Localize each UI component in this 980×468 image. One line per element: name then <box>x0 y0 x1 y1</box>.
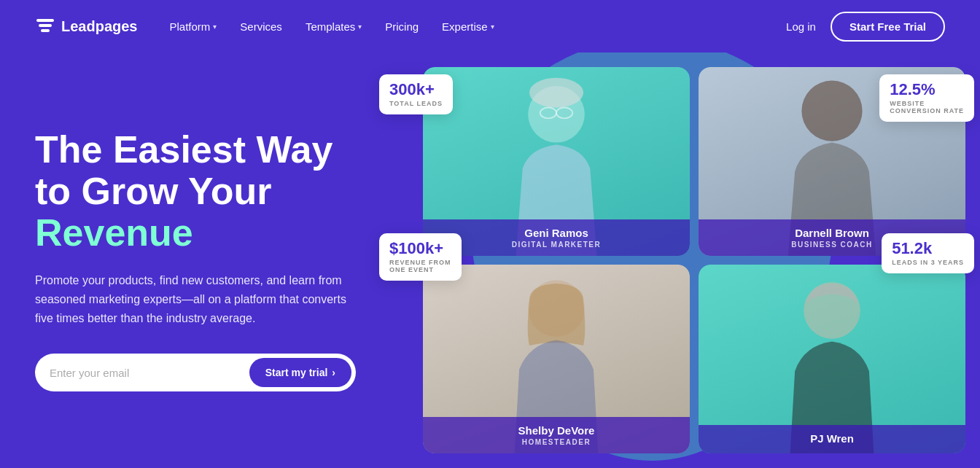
start-free-trial-button[interactable]: Start Free Trial <box>831 12 945 42</box>
hero-left: The Easiest Way to Grow Your Revenue Pro… <box>0 52 394 468</box>
start-trial-button[interactable]: Start my trial › <box>249 358 351 387</box>
stat-value-125: 12.5% <box>890 82 964 98</box>
stat-badge-512: 51.2k LEADS IN 3 YEARS <box>882 233 974 273</box>
card-label-shelby: Shelby DeVore Homesteader <box>423 417 690 453</box>
nav-item-expertise[interactable]: Expertise ▾ <box>433 15 503 39</box>
card-geni-inner: Geni Ramos Digital Marketer <box>423 67 690 256</box>
chevron-down-icon: ▾ <box>213 23 217 31</box>
nav-item-templates[interactable]: Templates ▾ <box>297 15 370 39</box>
login-link[interactable]: Log in <box>786 20 816 33</box>
hero-subtitle: Promote your products, find new customer… <box>35 271 356 327</box>
card-role-shelby: Homesteader <box>433 438 680 446</box>
nav-item-pricing[interactable]: Pricing <box>376 15 427 39</box>
card-name-geni: Geni Ramos <box>433 227 680 239</box>
card-name-shelby: Shelby DeVore <box>433 424 680 437</box>
stat-badge-100k: $100k+ REVENUE FROMONE EVENT <box>379 233 462 281</box>
nav-links: Platform ▾ Services Templates ▾ Pricing … <box>160 15 502 39</box>
card-pj: PJ Wren <box>699 265 965 453</box>
nav-left: Leadpages Platform ▾ Services Templates … <box>35 15 503 39</box>
nav-item-services[interactable]: Services <box>231 15 291 39</box>
card-label-geni: Geni Ramos Digital Marketer <box>423 219 690 256</box>
nav-right: Log in Start Free Trial <box>786 12 945 42</box>
stat-label-125: WEBSITECONVERSION RATE <box>890 100 964 114</box>
logo-text: Leadpages <box>61 18 137 35</box>
stat-badge-125: 12.5% WEBSITECONVERSION RATE <box>879 74 974 122</box>
card-label-pj: PJ Wren <box>699 425 965 453</box>
hero-title: The Easiest Way to Grow Your Revenue <box>35 129 359 254</box>
card-shelby-inner: Shelby DeVore Homesteader <box>423 265 690 453</box>
stat-value-100k: $100k+ <box>389 241 451 257</box>
svg-rect-0 <box>36 19 54 22</box>
hero-grid-wrapper: 300k+ TOTAL LEADS 12.5% WEBSITECONVERSIO… <box>394 52 980 468</box>
stat-value-512: 51.2k <box>892 241 964 257</box>
svg-point-7 <box>801 81 862 141</box>
card-pj-inner: PJ Wren <box>699 265 965 453</box>
logo[interactable]: Leadpages <box>35 16 137 36</box>
hero-section: The Easiest Way to Grow Your Revenue Pro… <box>0 52 980 468</box>
card-name-pj: PJ Wren <box>709 432 955 445</box>
stat-badge-300k: 300k+ TOTAL LEADS <box>379 74 453 114</box>
svg-rect-2 <box>41 29 50 32</box>
chevron-down-icon: ▾ <box>491 23 494 31</box>
email-form: Start my trial › <box>35 354 356 391</box>
stat-label-100k: REVENUE FROMONE EVENT <box>389 259 451 273</box>
nav-item-platform[interactable]: Platform ▾ <box>160 15 225 39</box>
card-role-geni: Digital Marketer <box>433 241 680 249</box>
card-geni: Geni Ramos Digital Marketer <box>423 67 690 256</box>
email-input[interactable] <box>50 367 244 379</box>
svg-point-6 <box>529 78 583 108</box>
arrow-icon: › <box>332 367 335 378</box>
card-shelby: Shelby DeVore Homesteader <box>423 265 690 453</box>
chevron-down-icon: ▾ <box>358 23 362 31</box>
navbar: Leadpages Platform ▾ Services Templates … <box>0 0 980 52</box>
stat-label-512: LEADS IN 3 YEARS <box>892 259 964 266</box>
stat-label-300k: TOTAL LEADS <box>389 100 443 107</box>
stat-value-300k: 300k+ <box>389 82 443 98</box>
svg-rect-1 <box>39 24 52 27</box>
